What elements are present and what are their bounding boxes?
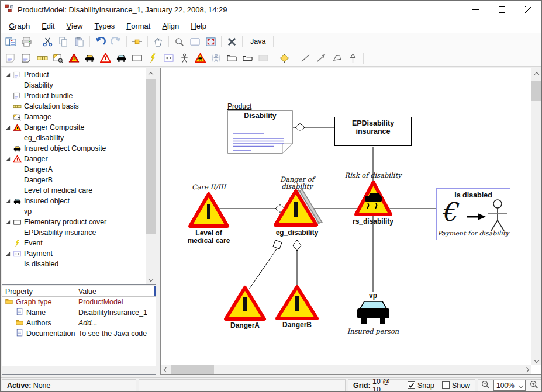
redo-icon[interactable] <box>108 34 124 48</box>
menu-view[interactable]: View <box>61 20 89 32</box>
menu-edit[interactable]: Edit <box>36 20 60 32</box>
property-value[interactable]: Add... <box>75 319 156 327</box>
diagram-canvas[interactable]: Product Disability EPDisability insuranc… <box>160 68 542 375</box>
property-row-name[interactable]: NameDisabilityInsurance_1 <box>2 307 156 318</box>
car-yellow-icon[interactable] <box>82 51 98 65</box>
center-icon[interactable] <box>129 34 145 48</box>
property-value[interactable]: DisabilityInsurance_1 <box>75 308 156 317</box>
damage-icon[interactable] <box>50 51 66 65</box>
tree-item-calculation-basis[interactable]: Calculation basis <box>2 101 146 112</box>
menu-help[interactable]: Help <box>185 20 212 32</box>
car-cyan-icon[interactable] <box>113 51 129 65</box>
zoom-level-select[interactable]: 100% <box>493 380 526 391</box>
eg-disability-triangle[interactable] <box>274 188 325 230</box>
minimize-button[interactable] <box>462 1 489 19</box>
column-header-property[interactable]: Property <box>2 286 75 296</box>
property-row-graph-type[interactable]: Graph typeProductModel <box>2 297 156 307</box>
tree-item-is-disabled[interactable]: Is disabled <box>2 259 146 269</box>
scroll-up-button[interactable] <box>531 68 541 78</box>
rect-icon[interactable] <box>129 51 145 65</box>
zoom-icon[interactable] <box>171 34 187 48</box>
expander-icon[interactable] <box>4 251 12 256</box>
column-header-value[interactable]: Value <box>75 286 156 296</box>
scroll-up-button[interactable] <box>146 68 156 78</box>
zoom-out-icon[interactable] <box>481 380 490 391</box>
property-row-authors[interactable]: AuthorsAdd... <box>2 318 156 328</box>
tree-item-danger[interactable]: Danger <box>2 154 146 164</box>
payment-icon[interactable] <box>161 51 177 65</box>
tree-item-product[interactable]: Product <box>2 70 146 80</box>
menu-graph[interactable]: Graph <box>3 20 36 32</box>
canvas-vscrollbar[interactable] <box>531 68 541 365</box>
tree-item-product-bundle[interactable]: Product bundle <box>2 91 146 101</box>
tri-filled-icon[interactable] <box>66 51 82 65</box>
is-disabled-box[interactable]: Is disabled € Payment for disability <box>436 188 510 240</box>
print-icon[interactable] <box>19 34 34 48</box>
dangerB-triangle[interactable] <box>275 285 319 323</box>
tree-item-payment[interactable]: Payment <box>2 248 146 259</box>
delete-icon[interactable] <box>224 34 240 48</box>
line-icon[interactable] <box>298 51 313 65</box>
lightning-icon[interactable] <box>145 51 161 65</box>
hand-icon[interactable] <box>150 34 166 48</box>
person-icon[interactable] <box>177 51 192 65</box>
java-button[interactable]: Java <box>245 34 271 48</box>
canvas-hscrollbar[interactable] <box>161 365 531 374</box>
property-row-documentation[interactable]: DocumentationTo see the Java code <box>2 328 156 339</box>
expander-icon[interactable] <box>4 157 12 162</box>
undo-icon[interactable] <box>92 34 108 48</box>
note-pale-icon[interactable] <box>3 51 19 65</box>
polygon-icon[interactable] <box>329 51 345 65</box>
tree-item-dangera[interactable]: DangerA <box>2 164 146 175</box>
arrow-icon[interactable] <box>313 51 329 65</box>
tree-item-level-of-medical-care[interactable]: Level of medical care <box>2 185 146 196</box>
cut-icon[interactable] <box>40 34 56 48</box>
expander-icon[interactable] <box>4 72 12 78</box>
tri-outline-icon[interactable] <box>98 51 113 65</box>
gray-rect-icon[interactable] <box>256 51 271 65</box>
zoomregion-icon[interactable] <box>187 34 203 48</box>
scroll-left-button[interactable] <box>161 365 171 374</box>
expander-icon[interactable] <box>4 199 12 204</box>
report-icon[interactable] <box>3 34 19 48</box>
menu-types[interactable]: Types <box>89 20 121 32</box>
rs-disability-triangle[interactable] <box>354 180 393 219</box>
tree-item-insured-object-composite[interactable]: Insured object Composite <box>2 143 146 154</box>
person-light-icon[interactable] <box>208 51 224 65</box>
product-note[interactable]: Disability <box>227 110 293 154</box>
close-button[interactable] <box>515 1 541 19</box>
property-value[interactable]: To see the Java code <box>75 329 156 338</box>
ep-disability-insurance-box[interactable]: EPDisability insurance <box>334 117 412 146</box>
tree-item-elementary-product-cover[interactable]: Elementary product cover <box>2 217 146 227</box>
level-of-medical-care-triangle[interactable] <box>188 192 230 231</box>
fit-icon[interactable] <box>203 34 219 48</box>
tree-item-damage[interactable]: Damage <box>2 112 146 122</box>
tree-item-eg-disability[interactable]: eg_disability <box>2 133 146 143</box>
tree-item-vp[interactable]: vp <box>2 206 146 217</box>
dangerA-triangle[interactable] <box>223 285 267 324</box>
tab-rect2-icon[interactable] <box>240 51 256 65</box>
snap-checkbox[interactable] <box>408 381 415 389</box>
menu-format[interactable]: Format <box>120 20 156 32</box>
scroll-thumb[interactable] <box>531 81 541 101</box>
tree-item-dangerb[interactable]: DangerB <box>2 175 146 185</box>
scroll-thumb[interactable] <box>146 79 156 234</box>
show-checkbox[interactable] <box>442 381 450 389</box>
vp-car[interactable] <box>357 301 390 328</box>
titlebar[interactable]: ProductModel: DisabilityInsurance_1, Jan… <box>1 1 541 19</box>
tab-rect-icon[interactable] <box>224 51 240 65</box>
diamond-icon[interactable] <box>277 51 292 65</box>
paste-icon[interactable] <box>71 34 87 48</box>
ruler-icon[interactable] <box>34 51 50 65</box>
tree-item-epdisability-insurance[interactable]: EPDisability insurance <box>2 227 146 238</box>
copy-icon[interactable] <box>56 34 71 48</box>
tree-item-disability[interactable]: Disability <box>2 80 146 91</box>
property-value[interactable]: ProductModel <box>75 298 156 306</box>
tri-car-icon[interactable] <box>192 51 208 65</box>
note-icon[interactable] <box>19 51 34 65</box>
scroll-down-button[interactable] <box>146 274 156 284</box>
expander-icon[interactable] <box>4 220 12 225</box>
snap-toggle[interactable]: Snap <box>408 381 434 390</box>
tree-item-insured-object[interactable]: Insured object <box>2 196 146 206</box>
tree-item-event[interactable]: Event <box>2 238 146 248</box>
